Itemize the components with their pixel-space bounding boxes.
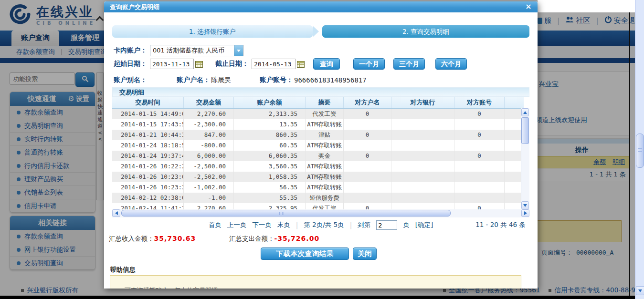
account-number-value: 966666183148956817 xyxy=(294,76,367,84)
cell-bank xyxy=(391,119,454,130)
cell-amount: -1,002.00 xyxy=(184,182,234,193)
start-date-label: 起始日期： xyxy=(114,60,147,68)
download-results-button[interactable]: 下载本次查询结果 xyxy=(261,247,349,260)
cell-bank xyxy=(391,203,454,209)
col-header-counterparty: 对方户名 xyxy=(344,97,391,108)
goto-confirm-button[interactable]: [确定] xyxy=(415,221,433,229)
col-header-bank: 对方银行 xyxy=(391,97,454,108)
cell-summary: ATM存取转账 xyxy=(306,182,344,193)
page-info: 第 2页/共 5页 xyxy=(304,221,344,229)
query-button[interactable]: 查询 xyxy=(313,58,340,70)
goto-page-suffix: 页 xyxy=(403,221,410,229)
cell-amount: 2,270.60 xyxy=(184,109,234,119)
cell-time: 2014-01-24 18:18:51 xyxy=(112,140,184,151)
help-box: 可查询活期账户一年内的交易明细 xyxy=(110,275,521,289)
transaction-detail-dialog: 查询账户交易明细 × 1. 选择银行账户 2. 查询交易明细 卡内账户： 001… xyxy=(104,1,538,289)
cell-time: 2014-01-15 14:49:04 xyxy=(112,109,184,119)
cell-counterparty xyxy=(344,161,391,172)
six-month-button[interactable]: 六个月 xyxy=(435,58,467,70)
scroll-right-button[interactable] xyxy=(521,209,529,217)
pagination-bar: 首页 上一页 下一页 末页 | 第 2页/共 5页 | 到第 页 [确定] 11… xyxy=(112,219,529,231)
browser-vertical-scrollbar[interactable] xyxy=(635,0,644,299)
table-row: 2014-02-12 02:38:05 -1.00 55.35 短信服务费 xyxy=(112,193,524,203)
cell-time: 2014-01-15 17:43:58 xyxy=(112,119,184,130)
cell-counterparty: 0 xyxy=(344,130,391,140)
account-name-label: 账户户名： xyxy=(177,76,210,84)
transaction-table: 交易时间 交易金额 账户余额 摘要 对方户名 对方银行 对方账号 2014-01… xyxy=(112,97,529,209)
cell-counterparty-account: 0 xyxy=(454,130,505,140)
scroll-down-button[interactable] xyxy=(636,286,644,295)
step-2-query-detail: 2. 查询交易明细 xyxy=(322,25,529,38)
start-date-input[interactable] xyxy=(150,59,194,69)
step-1-select-account: 1. 选择银行账户 xyxy=(112,25,313,38)
cell-counterparty: 0 xyxy=(344,151,391,161)
first-page-link[interactable]: 首页 xyxy=(209,221,222,229)
cell-counterparty: 0 xyxy=(344,203,391,209)
table-row: 2014-01-15 17:43:58 -2,300.00 13.35 ATM存… xyxy=(112,119,524,130)
scroll-left-button[interactable] xyxy=(112,209,120,217)
arrow-up-icon xyxy=(523,111,527,114)
col-header-filler xyxy=(505,97,524,108)
cell-bank xyxy=(391,161,454,172)
close-button[interactable]: 关闭 xyxy=(353,247,377,260)
cell-summary: ATM存取转账 xyxy=(306,140,344,151)
card-account-label: 卡内账户： xyxy=(114,46,147,55)
cell-amount: 2,270.60 xyxy=(184,203,234,209)
cell-balance: 55.35 xyxy=(234,193,306,203)
cell-summary: 奖金 xyxy=(306,151,344,161)
cell-amount: -2,502.00 xyxy=(184,172,234,182)
prev-page-link[interactable]: 上一页 xyxy=(227,221,247,229)
cell-counterparty-account: 0 xyxy=(454,151,505,161)
table-vertical-scrollbar[interactable] xyxy=(521,108,529,209)
three-month-button[interactable]: 三个月 xyxy=(393,58,425,70)
table-row: 2014-01-26 10:22:24 -2,500.00 3,560.35 A… xyxy=(112,161,524,172)
cell-summary: 短信服务费 xyxy=(306,193,344,203)
scrollbar-thumb[interactable] xyxy=(521,117,529,144)
cell-balance: 860.35 xyxy=(234,130,306,140)
cell-amount: 6,000.00 xyxy=(184,151,234,161)
goto-page-input[interactable] xyxy=(376,220,397,230)
scroll-up-button[interactable] xyxy=(521,108,529,116)
last-page-link[interactable]: 末页 xyxy=(277,221,290,229)
table-row: 2014-02-14 11:41:23 2,270.60 2,325.95 代发… xyxy=(112,203,524,209)
divider: | xyxy=(296,221,298,229)
cell-bank xyxy=(391,182,454,193)
record-range-info: 11 - 20 共 46 条 xyxy=(475,221,526,229)
cell-time: 2014-01-26 10:23:32 xyxy=(112,182,184,193)
table-row: 2014-01-15 14:49:04 2,270.60 2,313.35 代发… xyxy=(112,109,524,119)
transaction-detail-section-bar: 交易明细 xyxy=(112,87,529,97)
arrow-down-icon xyxy=(638,289,642,292)
end-date-input[interactable] xyxy=(252,59,296,69)
select-dropdown-button[interactable] xyxy=(234,45,243,56)
cell-balance: 60.35 xyxy=(234,140,306,151)
arrow-left-icon xyxy=(115,211,118,215)
goto-page-label: 到第 xyxy=(358,221,370,229)
end-date-label: 截止日期： xyxy=(215,60,249,68)
scrollbar-thumb[interactable] xyxy=(121,210,451,217)
one-month-button[interactable]: 一个月 xyxy=(353,58,385,70)
next-page-link[interactable]: 下一页 xyxy=(252,221,272,229)
scrollbar-thumb[interactable] xyxy=(636,134,644,168)
cell-counterparty-account xyxy=(454,140,505,151)
cell-balance: 2,313.35 xyxy=(234,109,306,119)
cell-counterparty-account xyxy=(454,119,505,130)
scroll-down-button[interactable] xyxy=(521,201,529,209)
cell-bank xyxy=(391,109,454,119)
card-account-select[interactable]: 001 活期储蓄存款 人民币 xyxy=(150,45,243,56)
close-icon[interactable]: × xyxy=(524,1,533,12)
cell-bank xyxy=(391,193,454,203)
calendar-icon[interactable] xyxy=(195,61,203,68)
cell-time: 2014-01-26 10:22:24 xyxy=(112,161,184,172)
calendar-icon[interactable] xyxy=(297,61,305,68)
wizard-steps: 1. 选择银行账户 2. 查询交易明细 xyxy=(112,25,529,38)
table-row: 2014-01-24 18:18:51 -800.00 60.35 ATM存取转… xyxy=(112,140,524,151)
cell-time: 2014-02-12 02:38:05 xyxy=(112,193,184,203)
table-horizontal-scrollbar[interactable] xyxy=(112,209,529,217)
col-header-balance: 账户余额 xyxy=(234,97,306,108)
income-value: 35,730.63 xyxy=(154,235,196,242)
cell-summary: 代发工资 xyxy=(306,203,344,209)
cell-counterparty: 0 xyxy=(344,109,391,119)
expense-value: -35,726.00 xyxy=(274,235,320,242)
arrow-down-icon xyxy=(523,204,527,207)
cell-summary: ATM存取转账 xyxy=(306,119,344,130)
